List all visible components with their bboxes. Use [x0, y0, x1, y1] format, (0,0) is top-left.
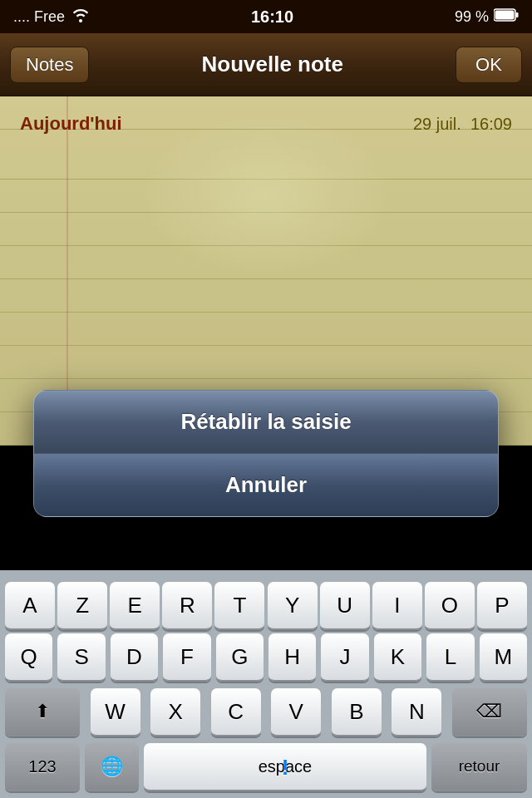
status-time: 16:10: [251, 7, 293, 27]
space-key[interactable]: espace !: [144, 743, 426, 791]
keyboard: A Z E R T Y U I O P Q S D F G H J K L M …: [0, 570, 532, 798]
key-h[interactable]: H: [268, 633, 316, 682]
key-f[interactable]: F: [163, 633, 210, 682]
cancel-button[interactable]: Annuler: [34, 454, 498, 516]
key-a[interactable]: A: [5, 582, 55, 630]
key-r[interactable]: R: [162, 582, 212, 630]
key-d[interactable]: D: [111, 633, 158, 682]
keyboard-row-1: A Z E R T Y U I O P: [0, 570, 532, 630]
key-b[interactable]: B: [332, 688, 382, 736]
keyboard-row-3: ⬆ W X C V B N ⌫: [0, 685, 532, 740]
status-bar: .... Free 16:10 99 %: [0, 0, 532, 33]
keyboard-row-4: 123 🌐 espace ! retour: [0, 740, 532, 798]
dialog-overlay: Rétablir la saisie Annuler: [0, 96, 532, 542]
keyboard-row-2: Q S D F G H J K L M: [0, 630, 532, 685]
key-x[interactable]: X: [150, 688, 200, 736]
wifi-icon: [71, 7, 90, 27]
ok-button[interactable]: OK: [456, 47, 522, 83]
key-s[interactable]: S: [57, 633, 105, 682]
svg-rect-1: [515, 12, 518, 17]
key-c[interactable]: C: [211, 688, 261, 736]
key-g[interactable]: G: [216, 633, 264, 682]
key-j[interactable]: J: [321, 633, 368, 682]
battery-icon: [494, 8, 519, 26]
globe-key[interactable]: 🌐: [85, 743, 139, 791]
key-i[interactable]: I: [372, 582, 422, 630]
key-e[interactable]: E: [110, 582, 160, 630]
key-o[interactable]: O: [425, 582, 475, 630]
key-m[interactable]: M: [480, 633, 527, 682]
key-v[interactable]: V: [271, 688, 321, 736]
key-z[interactable]: Z: [57, 582, 107, 630]
key-w[interactable]: W: [91, 688, 140, 736]
nav-title: Nouvelle note: [202, 52, 343, 77]
carrier-text: .... Free: [13, 8, 65, 26]
delete-key[interactable]: ⌫: [452, 688, 527, 736]
key-l[interactable]: L: [426, 633, 474, 682]
key-y[interactable]: Y: [268, 582, 318, 630]
shift-key[interactable]: ⬆: [5, 688, 80, 736]
battery-percent: 99 %: [455, 8, 489, 26]
key-k[interactable]: K: [374, 633, 421, 682]
key-n[interactable]: N: [392, 688, 441, 736]
svg-rect-2: [495, 10, 514, 19]
dialog: Rétablir la saisie Annuler: [33, 390, 499, 517]
key-p[interactable]: P: [477, 582, 527, 630]
status-right: 99 %: [455, 8, 519, 26]
key-u[interactable]: U: [320, 582, 370, 630]
status-left: .... Free: [13, 7, 90, 27]
key-q[interactable]: Q: [5, 633, 52, 682]
nav-bar: Notes Nouvelle note OK: [0, 33, 532, 96]
numbers-key[interactable]: 123: [5, 743, 80, 791]
back-button[interactable]: Notes: [10, 47, 89, 83]
key-t[interactable]: T: [214, 582, 264, 630]
redo-button[interactable]: Rétablir la saisie: [34, 391, 498, 453]
note-section: Aujourd'hui 29 juil. 16:09 Rétablir la s…: [0, 96, 532, 446]
return-key[interactable]: retour: [431, 743, 527, 791]
